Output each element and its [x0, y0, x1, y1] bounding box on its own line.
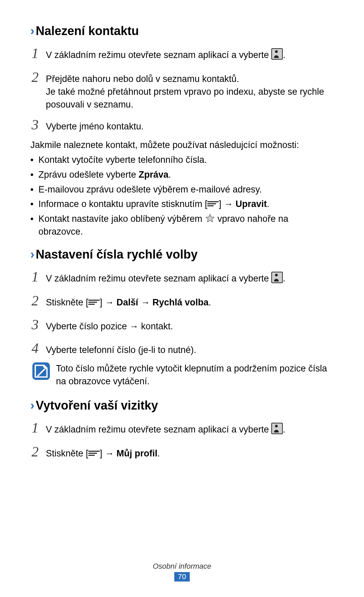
bullet-list: Kontakt vytočíte vyberte telefonního čís… — [30, 154, 334, 238]
step: 1 V základním režimu otevřete seznam apl… — [30, 267, 334, 287]
manual-page: ›Nalezení kontaktu 1 V základním režimu … — [0, 0, 364, 597]
step-number: 4 — [30, 338, 40, 358]
step-number: 1 — [30, 418, 40, 438]
bullet-item: Informace o kontaktu upravíte stisknutím… — [30, 198, 334, 211]
step-number: 2 — [30, 442, 40, 462]
footer-section-label: Osobní informace — [0, 562, 364, 571]
step-number: 3 — [30, 115, 40, 135]
menu-icon — [207, 200, 219, 208]
contacts-icon — [271, 272, 283, 283]
step: 3 Vyberte jméno kontaktu. — [30, 115, 334, 135]
step: 2 Přejděte nahoru nebo dolů v seznamu ko… — [30, 67, 334, 111]
contacts-icon — [271, 423, 283, 434]
star-icon — [205, 213, 215, 223]
step: 2 Stiskněte [] → Můj profil. — [30, 442, 334, 462]
lead-text: Jakmile naleznete kontakt, můžete použív… — [30, 139, 334, 152]
steps-list: 1 V základním režimu otevřete seznam apl… — [30, 43, 334, 135]
step-number: 2 — [30, 291, 40, 311]
bullet-item: Kontakt vytočíte vyberte telefonního čís… — [30, 154, 334, 167]
section-heading-namecard: ›Vytvoření vaší vizitky — [30, 398, 334, 413]
step-number: 1 — [30, 267, 40, 287]
step-text: Vyberte číslo pozice → kontakt. — [46, 320, 334, 333]
note-text: Toto číslo můžete rychle vytočit klepnut… — [56, 362, 334, 388]
bullet-item: E-mailovou zprávu odešlete výběrem e-mai… — [30, 183, 334, 196]
step-text: V základním režimu otevřete seznam aplik… — [46, 48, 334, 62]
note: Toto číslo můžete rychle vytočit klepnut… — [30, 362, 334, 388]
note-icon — [32, 362, 50, 380]
chevron-right-icon: › — [30, 398, 34, 412]
bullet-item: Kontakt nastavíte jako oblíbený výběrem … — [30, 213, 334, 238]
step: 4 Vyberte telefonní číslo (je-li to nutn… — [30, 338, 334, 358]
steps-list: 1 V základním režimu otevřete seznam apl… — [30, 418, 334, 462]
step: 3 Vyberte číslo pozice → kontakt. — [30, 315, 334, 335]
contacts-icon — [271, 48, 283, 60]
step-number: 3 — [30, 315, 40, 335]
steps-list: 1 V základním režimu otevřete seznam apl… — [30, 267, 334, 358]
step-text: Vyberte telefonní číslo (je-li to nutné)… — [46, 344, 334, 357]
step-text: Stiskněte [] → Další → Rychlá volba. — [46, 296, 334, 309]
step-text: V základním režimu otevřete seznam aplik… — [46, 423, 334, 436]
step-text: Přejděte nahoru nebo dolů v seznamu kont… — [46, 73, 334, 111]
menu-icon — [88, 299, 100, 306]
step-text: Stiskněte [] → Můj profil. — [46, 447, 334, 460]
chevron-right-icon: › — [30, 24, 34, 38]
step-text: Vyberte jméno kontaktu. — [46, 120, 334, 133]
step: 1 V základním režimu otevřete seznam apl… — [30, 43, 334, 63]
step-number: 1 — [30, 43, 40, 63]
page-number: 70 — [174, 572, 190, 581]
menu-icon — [88, 450, 100, 457]
section-heading-speed-dial: ›Nastavení čísla rychlé volby — [30, 247, 334, 262]
bullet-item: Zprávu odešlete vyberte Zpráva. — [30, 169, 334, 181]
step-text: V základním režimu otevřete seznam aplik… — [46, 272, 334, 285]
step-number: 2 — [30, 67, 40, 87]
chevron-right-icon: › — [30, 247, 34, 261]
section-heading-find-contact: ›Nalezení kontaktu — [30, 24, 334, 38]
page-footer: Osobní informace 70 — [0, 562, 364, 581]
step: 1 V základním režimu otevřete seznam apl… — [30, 418, 334, 438]
step: 2 Stiskněte [] → Další → Rychlá volba. — [30, 291, 334, 311]
